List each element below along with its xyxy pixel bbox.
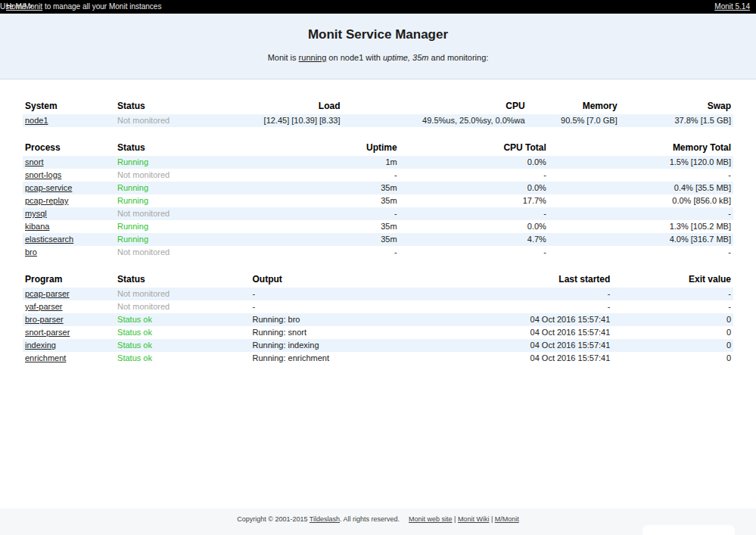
- value-cell: Running: enrichment: [250, 352, 463, 365]
- service-name-cell: pcap-replay: [23, 194, 115, 207]
- program-row: indexingStatus okRunning: indexing04 Oct…: [23, 339, 733, 352]
- value-cell: -: [549, 207, 733, 220]
- col-header-status: Status: [115, 97, 250, 114]
- page-header: Monit Service Manager Monit is running o…: [0, 14, 756, 79]
- value-cell: 0.0% [856.0 kB]: [549, 194, 733, 207]
- value-cell: -: [257, 169, 400, 182]
- footer: Copyright © 2001-2015 Tildeslash. All ri…: [0, 509, 756, 523]
- service-link[interactable]: node1: [25, 116, 48, 125]
- program-row: yaf-parserNot monitored---: [23, 300, 733, 313]
- service-link[interactable]: bro-parser: [25, 315, 64, 324]
- status-cell: Not monitored: [115, 207, 257, 220]
- service-link[interactable]: snort: [25, 157, 43, 166]
- value-cell: -: [612, 300, 733, 313]
- status-cell: Running: [115, 194, 257, 207]
- running-status-link[interactable]: running: [299, 53, 327, 62]
- home-link[interactable]: Home: [6, 2, 26, 11]
- program-table-header-row: Program Status Output Last started Exit …: [23, 270, 733, 288]
- value-cell: -: [250, 288, 463, 300]
- value-cell: [12.45] [10.39] [8.33]: [250, 114, 342, 127]
- col-header-exit-value: Exit value: [612, 270, 733, 288]
- service-name-cell: pcap-parser: [23, 288, 115, 300]
- process-row: pcap-replayRunning35m17.7%0.0% [856.0 kB…: [23, 194, 733, 207]
- value-cell: 37.8% [1.5 GB]: [620, 114, 733, 127]
- value-cell: 35m: [257, 233, 400, 246]
- service-name-cell: pcap-service: [23, 182, 115, 194]
- value-cell: 0.0%: [400, 182, 549, 194]
- value-cell: Running: indexing: [250, 339, 463, 352]
- service-link[interactable]: pcap-replay: [25, 196, 68, 205]
- service-link[interactable]: yaf-parser: [25, 302, 63, 311]
- value-cell: -: [463, 300, 612, 313]
- tildeslash-link[interactable]: Tildeslash: [310, 515, 340, 523]
- value-cell: 90.5% [7.0 GB]: [527, 114, 620, 127]
- service-name-cell: snort: [23, 156, 115, 169]
- col-header-status: Status: [115, 270, 250, 288]
- value-cell: 0: [612, 326, 733, 339]
- value-cell: 0: [612, 313, 733, 326]
- col-header-program: Program: [23, 270, 115, 288]
- system-row: node1Not monitored[12.45] [10.39] [8.33]…: [23, 114, 733, 127]
- service-name-cell: node1: [23, 114, 115, 127]
- value-cell: 1.5% [120.0 MB]: [549, 156, 733, 169]
- status-cell: Status ok: [115, 352, 250, 365]
- value-cell: -: [400, 246, 549, 259]
- topbar-version: Monit 5.14: [714, 0, 750, 14]
- status-cell: Not monitored: [115, 169, 257, 182]
- subtitle-pre: Monit is: [268, 53, 299, 62]
- program-row: snort-parserStatus okRunning: snort04 Oc…: [23, 326, 733, 339]
- process-row: elasticsearchRunning35m4.7%4.0% [316.7 M…: [23, 233, 733, 246]
- service-name-cell: mysql: [23, 207, 115, 220]
- value-cell: 35m: [257, 220, 400, 233]
- footer-link-separator: |: [453, 515, 458, 523]
- status-cell: Not monitored: [115, 300, 250, 313]
- value-cell: -: [549, 169, 733, 182]
- value-cell: -: [400, 207, 549, 220]
- page-title: Monit Service Manager: [0, 27, 756, 42]
- value-cell: -: [250, 300, 463, 313]
- mmonit-footer-link[interactable]: M/Monit: [495, 515, 519, 523]
- monit-wiki-link[interactable]: Monit Wiki: [458, 515, 490, 523]
- service-link[interactable]: pcap-parser: [25, 289, 70, 298]
- col-header-memory: Memory: [527, 97, 620, 114]
- value-cell: 0.0%: [400, 156, 549, 169]
- value-cell: -: [400, 169, 549, 182]
- process-table: Process Status Uptime CPU Total Memory T…: [23, 138, 733, 259]
- service-link[interactable]: snort-logs: [25, 170, 61, 179]
- breadcrumb: Home >: [6, 0, 33, 14]
- service-link[interactable]: bro: [25, 247, 37, 257]
- process-table-body: snortRunning1m0.0%1.5% [120.0 MB]snort-l…: [23, 156, 733, 259]
- service-link[interactable]: mysql: [25, 209, 47, 218]
- service-link[interactable]: kibana: [25, 222, 49, 231]
- service-link[interactable]: indexing: [25, 341, 56, 350]
- service-link[interactable]: enrichment: [25, 353, 66, 362]
- value-cell: Running: snort: [250, 326, 463, 339]
- page-subtitle: Monit is running on node1 with uptime, 3…: [0, 53, 756, 62]
- service-name-cell: elasticsearch: [23, 233, 115, 246]
- service-name-cell: yaf-parser: [23, 300, 115, 313]
- value-cell: 0: [612, 339, 733, 352]
- service-link[interactable]: elasticsearch: [25, 235, 73, 244]
- status-cell: Running: [115, 156, 257, 169]
- process-row: mysqlNot monitored---: [23, 207, 733, 220]
- process-row: snortRunning1m0.0%1.5% [120.0 MB]: [23, 156, 733, 169]
- service-link[interactable]: pcap-service: [25, 183, 72, 192]
- monit-version-link[interactable]: Monit 5.14: [714, 2, 750, 11]
- process-table-header-row: Process Status Uptime CPU Total Memory T…: [23, 138, 733, 156]
- content-spacer: [0, 365, 756, 509]
- service-name-cell: bro: [23, 246, 115, 259]
- value-cell: -: [463, 288, 612, 300]
- status-cell: Not monitored: [115, 246, 257, 259]
- col-header-cpu: CPU: [343, 97, 527, 114]
- col-header-system: System: [23, 97, 115, 114]
- subtitle-mid: on node1 with: [326, 53, 383, 62]
- breadcrumb-separator: >: [26, 2, 33, 11]
- col-header-process: Process: [23, 138, 115, 156]
- col-header-load: Load: [250, 97, 342, 114]
- service-link[interactable]: snort-parser: [25, 328, 70, 337]
- value-cell: 49.5%us, 25.0%sy, 0.0%wa: [343, 114, 527, 127]
- value-cell: -: [549, 246, 733, 259]
- system-table: System Status Load CPU Memory Swap node1…: [23, 97, 733, 127]
- value-cell: 04 Oct 2016 15:57:41: [463, 326, 612, 339]
- monit-website-link[interactable]: Monit web site: [409, 515, 453, 523]
